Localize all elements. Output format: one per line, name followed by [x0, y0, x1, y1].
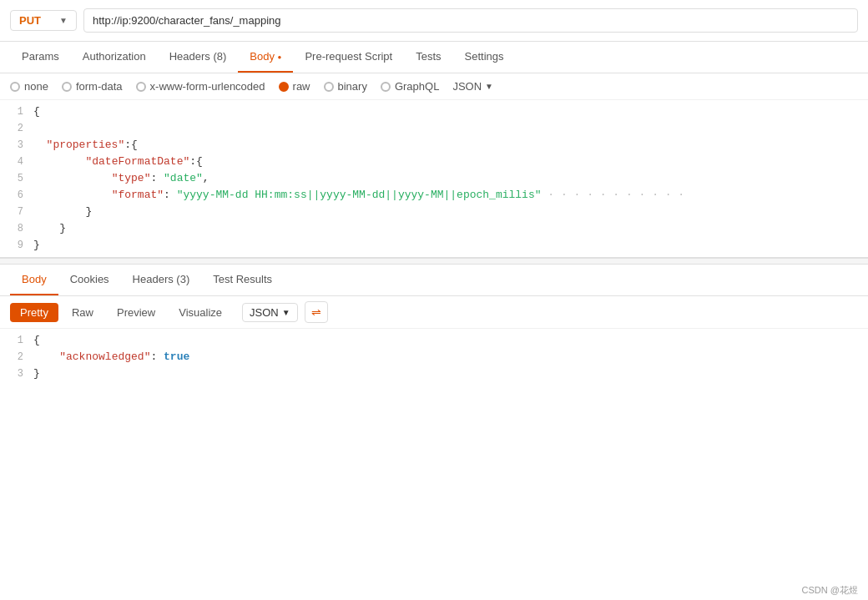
req-line-9: 9 } — [0, 237, 868, 254]
radio-form-data — [62, 82, 72, 92]
body-type-raw[interactable]: raw — [279, 80, 310, 93]
method-label: PUT — [19, 14, 41, 27]
req-line-5: 5 "type": "date", — [0, 170, 868, 187]
resp-line-1: 1 { — [0, 332, 868, 349]
tab-body[interactable]: Body ● — [238, 42, 293, 73]
resp-line-2: 2 "acknowledged": true — [0, 349, 868, 366]
body-type-graphql[interactable]: GraphQL — [381, 80, 439, 93]
req-line-7: 7 } — [0, 204, 868, 220]
body-type-urlencoded[interactable]: x-www-form-urlencoded — [136, 80, 265, 93]
format-visualize-btn[interactable]: Visualize — [169, 303, 232, 322]
tab-pre-request[interactable]: Pre-request Script — [293, 42, 404, 73]
footer: CSDN @花煜 — [792, 581, 868, 600]
radio-none — [10, 82, 20, 92]
tab-authorization[interactable]: Authorization — [71, 42, 158, 73]
radio-urlencoded — [136, 82, 146, 92]
method-select[interactable]: PUT ▼ — [10, 10, 77, 31]
method-arrow-icon: ▼ — [59, 16, 68, 25]
response-json-chevron-icon: ▼ — [282, 308, 290, 317]
response-format-row: Pretty Raw Preview Visualize JSON ▼ ⇌ — [0, 296, 868, 329]
format-pretty-btn[interactable]: Pretty — [10, 303, 58, 322]
radio-binary — [324, 82, 334, 92]
tab-settings[interactable]: Settings — [453, 42, 516, 73]
request-tabs: Params Authorization Headers (8) Body ● … — [0, 42, 868, 73]
response-tab-cookies[interactable]: Cookies — [58, 265, 121, 295]
format-preview-btn[interactable]: Preview — [107, 303, 165, 322]
req-line-6: 6 "format": "yyyy-MM-dd HH:mm:ss||yyyy-M… — [0, 187, 868, 204]
body-type-binary[interactable]: binary — [324, 80, 367, 93]
url-input[interactable] — [83, 8, 858, 33]
request-code-editor[interactable]: 1 { 2 3 "properties":{ 4 "dateFormatDate… — [0, 100, 868, 258]
body-type-row: none form-data x-www-form-urlencoded raw… — [0, 73, 868, 100]
footer-text: CSDN @花煜 — [802, 585, 858, 595]
wrap-icon: ⇌ — [311, 305, 321, 319]
radio-raw — [279, 82, 289, 92]
json-dropdown[interactable]: JSON ▼ — [452, 80, 493, 93]
response-tab-headers[interactable]: Headers (3) — [121, 265, 202, 295]
wrap-lines-btn[interactable]: ⇌ — [305, 301, 328, 323]
req-line-4: 4 "dateFormatDate":{ — [0, 154, 868, 170]
tab-params[interactable]: Params — [10, 42, 71, 73]
json-chevron-icon: ▼ — [485, 82, 493, 91]
format-raw-btn[interactable]: Raw — [62, 303, 103, 322]
req-line-3: 3 "properties":{ — [0, 137, 868, 154]
section-divider — [0, 258, 868, 265]
url-bar: PUT ▼ — [0, 0, 868, 42]
resp-line-3: 3 } — [0, 366, 868, 382]
response-json-select[interactable]: JSON ▼ — [242, 303, 298, 322]
response-tab-test-results[interactable]: Test Results — [201, 265, 284, 295]
req-line-2: 2 — [0, 120, 868, 137]
body-type-none[interactable]: none — [10, 80, 48, 93]
response-tab-body[interactable]: Body — [10, 265, 58, 295]
tab-headers[interactable]: Headers (8) — [158, 42, 239, 73]
response-tabs: Body Cookies Headers (3) Test Results — [0, 265, 868, 296]
body-type-form-data[interactable]: form-data — [62, 80, 123, 93]
response-code-editor: 1 { 2 "acknowledged": true 3 } — [0, 329, 868, 386]
radio-graphql — [381, 82, 391, 92]
req-line-8: 8 } — [0, 220, 868, 237]
req-line-1: 1 { — [0, 103, 868, 120]
tab-tests[interactable]: Tests — [404, 42, 452, 73]
